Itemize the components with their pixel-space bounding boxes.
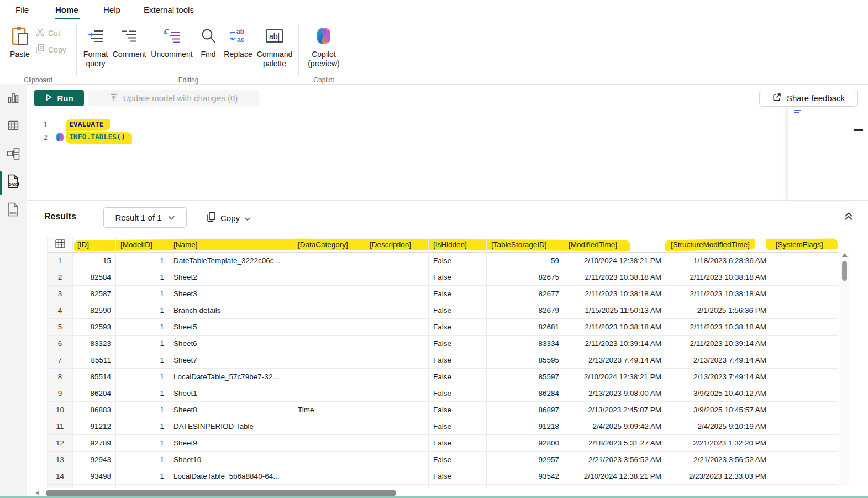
table-cell[interactable] [293,385,365,402]
table-cell[interactable] [771,253,838,269]
table-cell[interactable]: Sheet1 [169,385,293,402]
row-number-cell[interactable]: 14 [48,468,73,485]
row-number-cell[interactable]: 8 [48,369,73,385]
row-number-cell[interactable]: 10 [48,402,73,418]
table-cell[interactable]: Sheet9 [169,435,293,452]
table-cell[interactable]: 2/18/2023 5:31:27 AM [564,435,666,452]
table-cell[interactable]: 1/15/2025 11:50:13 AM [564,302,666,319]
table-cell[interactable]: 82681 [487,319,564,336]
table-cell[interactable]: 1 [116,269,169,286]
table-cell[interactable] [771,352,838,369]
table-cell[interactable]: 1/18/2023 6:28:36 AM [666,253,771,269]
vertical-scrollbar-thumb[interactable] [842,261,847,281]
table-cell[interactable]: 2/11/2023 10:38:18 AM [564,269,666,286]
table-cell[interactable]: 2/13/2023 2:45:07 PM [564,402,666,418]
table-cell[interactable]: False [429,253,487,269]
header-cell[interactable]: [IsHidden] [429,237,487,253]
table-cell[interactable]: Sheet5 [169,319,293,336]
table-cell[interactable]: 3/9/2025 10:45:57 AM [666,402,771,418]
table-cell[interactable] [365,435,429,452]
header-cell[interactable]: [ModifiedTime] [564,237,666,253]
row-number-cell[interactable]: 13 [48,452,73,468]
table-cell[interactable]: 1 [116,452,169,468]
sidebar-item-table-view[interactable] [0,113,27,140]
table-cell[interactable]: 2/11/2023 10:38:18 AM [666,319,771,336]
table-cell[interactable]: False [429,435,487,452]
table-cell[interactable]: 2/4/2025 9:09:42 AM [564,418,666,435]
table-cell[interactable]: Sheet11 [169,485,293,488]
header-cell[interactable]: [Description] [365,237,429,253]
table-cell[interactable]: 1 [116,336,169,352]
table-cell[interactable] [293,253,365,269]
table-cell[interactable] [771,269,838,286]
horizontal-scrollbar-thumb[interactable] [46,490,396,496]
copilot-button[interactable]: Copilot (preview) [302,22,346,69]
table-cell[interactable] [293,286,365,302]
table-cell[interactable] [293,418,365,435]
table-cell[interactable]: 1 [116,485,169,488]
find-button[interactable]: Find [197,22,220,59]
menu-help[interactable]: Help [103,0,120,20]
table-cell[interactable]: 59 [487,253,564,269]
header-cell[interactable]: [ModelID] [116,237,169,253]
table-cell[interactable] [293,269,365,286]
row-number-cell[interactable]: 2 [48,269,73,286]
table-cell[interactable]: 97753 [73,485,116,488]
menu-home-tab[interactable]: Home [55,0,78,20]
table-cell[interactable]: 1 [116,253,169,269]
table-cell[interactable]: 15 [73,253,116,269]
table-cell[interactable] [293,319,365,336]
row-number-cell[interactable]: 4 [48,302,73,319]
table-cell[interactable]: False [429,302,487,319]
table-cell[interactable]: 83323 [73,336,116,352]
table-cell[interactable]: 93542 [487,468,564,485]
table-cell[interactable]: Sheet6 [169,336,293,352]
table-cell[interactable] [293,302,365,319]
header-cell[interactable]: [Name] [169,237,293,253]
table-cell[interactable] [771,435,838,452]
table-cell[interactable] [293,435,365,452]
table-cell[interactable]: 86204 [73,385,116,402]
table-cell[interactable]: 86284 [487,385,564,402]
copy-button[interactable]: Copy [35,44,66,55]
header-cell[interactable]: [DataCategory] [293,237,365,253]
row-number-cell[interactable]: 7 [48,352,73,369]
table-cell[interactable] [771,302,838,319]
sidebar-item-dax-query-view[interactable]: DAX [0,169,27,196]
table-cell[interactable] [365,302,429,319]
table-cell[interactable] [293,336,365,352]
table-cell[interactable]: 2/21/2023 3:56:52 AM [564,452,666,468]
table-cell[interactable]: Sheet10 [169,452,293,468]
table-cell[interactable]: False [429,485,487,488]
collapse-results-button[interactable] [842,211,855,223]
table-cell[interactable]: LocalDateTable_57c79be7-32... [169,369,293,385]
table-cell[interactable]: 2/10/2024 12:38:21 PM [564,369,666,385]
menu-file[interactable]: File [15,0,29,20]
table-cell[interactable]: False [429,352,487,369]
table-cell[interactable]: Sheet3 [169,286,293,302]
table-cell[interactable]: 1 [116,402,169,418]
sidebar-item-tmdl-view[interactable]: TMDL [0,197,27,224]
table-cell[interactable]: 2/10/2024 12:38:21 PM [564,253,666,269]
table-cell[interactable]: 2/13/2023 9:08:00 AM [564,385,666,402]
row-number-cell[interactable]: 9 [48,385,73,402]
table-cell[interactable] [365,418,429,435]
table-cell[interactable] [293,452,365,468]
table-cell[interactable]: 1 [116,468,169,485]
header-cell[interactable]: [SystemFlags] [771,237,838,253]
table-cell[interactable] [365,269,429,286]
sidebar-item-report-view[interactable] [0,85,27,113]
command-palette-button[interactable]: ab| Command palette [255,22,294,69]
table-cell[interactable] [365,369,429,385]
table-cell[interactable]: Branch details [169,302,293,319]
header-cell[interactable]: [StructureModifiedTime] [666,237,771,253]
table-cell[interactable]: False [429,286,487,302]
table-cell[interactable]: Sheet8 [169,402,293,418]
table-cell[interactable]: DateTableTemplate_3222c06c... [169,253,293,269]
table-cell[interactable]: 1 [116,369,169,385]
table-cell[interactable]: False [429,385,487,402]
table-cell[interactable]: 1 [116,435,169,452]
table-cell[interactable]: False [429,468,487,485]
menu-external-tools[interactable]: External tools [144,0,194,20]
table-cell[interactable] [771,319,838,336]
